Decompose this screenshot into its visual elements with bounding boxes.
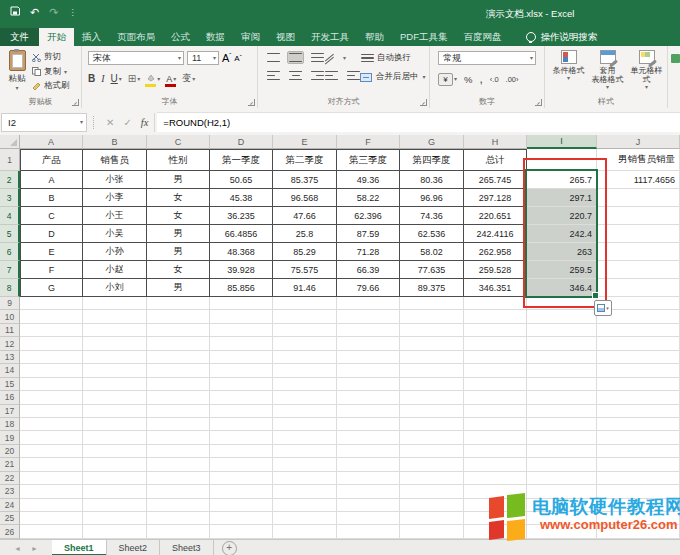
cell-F20[interactable] — [337, 445, 400, 458]
cell-D23[interactable] — [210, 485, 273, 498]
cell-C26[interactable] — [147, 525, 210, 538]
ribbon-tab-页面布局[interactable]: 页面布局 — [109, 28, 163, 46]
cell-B6[interactable]: 小孙 — [83, 243, 147, 261]
cell-A3[interactable]: B — [20, 189, 83, 207]
cell-A5[interactable]: D — [20, 225, 83, 243]
cell-G2[interactable]: 80.36 — [400, 171, 464, 189]
cell-J11[interactable] — [597, 324, 680, 337]
tell-me-search[interactable]: 操作说明搜索 — [526, 28, 598, 46]
cell-J7[interactable] — [597, 261, 680, 279]
row-header-7[interactable]: 7 — [0, 261, 20, 279]
enter-icon[interactable]: ✓ — [123, 117, 131, 128]
cell-F22[interactable] — [337, 472, 400, 485]
cell-J2[interactable]: 1117.4656 — [597, 171, 680, 189]
cell-styles-button[interactable]: 单元格样式 ▾ — [627, 50, 666, 90]
cell-B11[interactable] — [83, 324, 147, 337]
font-name-select[interactable]: 宋体▾ — [88, 51, 184, 65]
cell-B24[interactable] — [83, 499, 147, 512]
cell-G3[interactable]: 96.96 — [400, 189, 464, 207]
row-header-15[interactable]: 15 — [0, 378, 20, 391]
cell-F13[interactable] — [337, 351, 400, 364]
comma-style-button[interactable]: , — [479, 72, 482, 86]
row-header-5[interactable]: 5 — [0, 225, 20, 243]
cell-G22[interactable] — [400, 472, 464, 485]
number-dialog-launcher[interactable] — [535, 99, 542, 106]
row-header-12[interactable]: 12 — [0, 337, 20, 350]
cell-C12[interactable] — [147, 337, 210, 350]
cell-I4[interactable]: 220.7 — [527, 207, 597, 225]
cell-E15[interactable] — [273, 378, 337, 391]
increase-indent-icon[interactable] — [346, 70, 361, 81]
cell-C25[interactable] — [147, 512, 210, 525]
cell-E18[interactable] — [273, 418, 337, 431]
ribbon-tab-PDF工具集[interactable]: PDF工具集 — [392, 28, 456, 46]
row-header-9[interactable]: 9 — [0, 297, 20, 310]
cell-C24[interactable] — [147, 499, 210, 512]
cell-G25[interactable] — [400, 512, 464, 525]
cell-H23[interactable] — [464, 485, 527, 498]
formula-bar-handle[interactable] — [93, 116, 94, 129]
cell-A17[interactable] — [20, 405, 83, 418]
cell-F25[interactable] — [337, 512, 400, 525]
row-header-6[interactable]: 6 — [0, 243, 20, 261]
font-size-select[interactable]: 11▾ — [187, 51, 219, 65]
cell-C15[interactable] — [147, 378, 210, 391]
cell-G14[interactable] — [400, 364, 464, 377]
cell-H7[interactable]: 259.528 — [464, 261, 527, 279]
row-header-25[interactable]: 25 — [0, 512, 20, 525]
align-right-icon[interactable] — [310, 70, 325, 81]
cell-E26[interactable] — [273, 525, 337, 538]
column-header-F[interactable]: F — [337, 135, 400, 149]
row-header-16[interactable]: 16 — [0, 391, 20, 404]
cell-H19[interactable] — [464, 431, 527, 444]
cell-H25[interactable] — [464, 512, 527, 525]
row-header-18[interactable]: 18 — [0, 418, 20, 431]
cell-I5[interactable]: 242.4 — [527, 225, 597, 243]
cell-G4[interactable]: 74.36 — [400, 207, 464, 225]
cell-J22[interactable] — [597, 472, 680, 485]
cell-B25[interactable] — [83, 512, 147, 525]
cell-H12[interactable] — [464, 337, 527, 350]
cell-G1[interactable]: 第四季度 — [400, 149, 464, 171]
cell-J4[interactable] — [597, 207, 680, 225]
cell-J13[interactable] — [597, 351, 680, 364]
cell-B15[interactable] — [83, 378, 147, 391]
cell-A22[interactable] — [20, 472, 83, 485]
cell-B18[interactable] — [83, 418, 147, 431]
cell-I23[interactable] — [527, 485, 597, 498]
cell-I19[interactable] — [527, 431, 597, 444]
row-header-8[interactable]: 8 — [0, 279, 20, 297]
cell-F18[interactable] — [337, 418, 400, 431]
cell-H18[interactable] — [464, 418, 527, 431]
cell-G21[interactable] — [400, 458, 464, 471]
cell-I3[interactable]: 297.1 — [527, 189, 597, 207]
cell-H10[interactable] — [464, 310, 527, 323]
decrease-font-icon[interactable]: Aˇ — [234, 54, 241, 63]
cell-C14[interactable] — [147, 364, 210, 377]
cell-J5[interactable] — [597, 225, 680, 243]
cell-C17[interactable] — [147, 405, 210, 418]
row-header-24[interactable]: 24 — [0, 499, 20, 512]
row-header-21[interactable]: 21 — [0, 458, 20, 471]
cell-A26[interactable] — [20, 525, 83, 538]
format-painter-button[interactable]: 格式刷 — [32, 80, 70, 92]
cell-J19[interactable] — [597, 431, 680, 444]
cell-H6[interactable]: 262.958 — [464, 243, 527, 261]
cell-F12[interactable] — [337, 337, 400, 350]
cell-I9[interactable] — [527, 297, 597, 310]
borders-button[interactable]: ⊞▾ — [128, 73, 140, 84]
cell-A8[interactable]: G — [20, 279, 83, 297]
cell-I18[interactable] — [527, 418, 597, 431]
cell-H24[interactable] — [464, 499, 527, 512]
cell-H4[interactable]: 220.651 — [464, 207, 527, 225]
select-all-corner[interactable] — [0, 135, 20, 149]
ribbon-tab-数据[interactable]: 数据 — [198, 28, 233, 46]
cell-B23[interactable] — [83, 485, 147, 498]
cell-A20[interactable] — [20, 445, 83, 458]
cell-E6[interactable]: 85.29 — [273, 243, 337, 261]
cell-I13[interactable] — [527, 351, 597, 364]
undo-icon[interactable]: ↶ — [30, 7, 39, 18]
align-top-icon[interactable] — [266, 52, 281, 63]
row-header-10[interactable]: 10 — [0, 310, 20, 323]
cell-I26[interactable] — [527, 525, 597, 538]
